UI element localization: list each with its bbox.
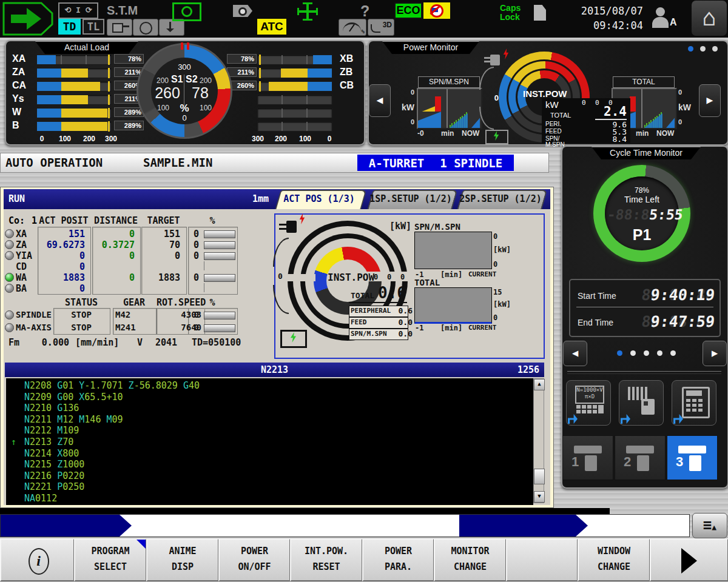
power-prev-button[interactable]: ◀ [369, 84, 391, 117]
softkey-program-select[interactable]: PROGRAMSELECT [74, 538, 147, 581]
load-scale-label: 200 [272, 135, 290, 143]
scroll-down-button[interactable]: ▼ [534, 491, 545, 503]
softkey-line1: POWER [220, 546, 289, 557]
bar-limit-tick [108, 81, 110, 92]
bar-segment [306, 109, 308, 118]
load-scale-label: 100 [56, 135, 74, 143]
menu-button[interactable]: ≡▲ [692, 513, 727, 538]
cycle-prev-button[interactable]: ◀ [563, 341, 587, 366]
program-code-area[interactable]: N2208 G01 Y-1.7071 Z-56.8029 G40N2209 G0… [6, 378, 533, 505]
caps-lock-indicator: CapsLock [500, 4, 521, 22]
load-bar [257, 55, 332, 65]
softkey-info[interactable]: i [0, 538, 75, 581]
actual-load-content: XA78%ZA211%CA260%Ys211%W289%B289%XB78%ZB… [5, 40, 363, 143]
load-bar [257, 95, 332, 105]
softkey-monitor-change[interactable]: MONITORCHANGE [434, 538, 507, 581]
layout-2-button[interactable]: 2 [615, 435, 666, 480]
load-bar [36, 95, 112, 105]
softkey-int-pow-reset[interactable]: INT.POW.RESET [290, 538, 363, 581]
load-percent: 78% [227, 54, 257, 64]
threed-icon: 3D [368, 19, 394, 36]
softkey-line2: PARA. [363, 561, 433, 572]
layout-number: 1 [571, 454, 579, 470]
bar-fill-yellow [269, 82, 308, 91]
axis-load-label: XB [340, 53, 362, 64]
scroll-thumb[interactable] [534, 469, 545, 484]
calc-key [686, 409, 690, 412]
bar-fill-blue [313, 55, 332, 64]
softkey-power-para[interactable]: POWERPARA. [362, 538, 434, 581]
key-dot [582, 410, 586, 413]
gauge-s2-hi: 200 [200, 76, 212, 85]
calc-key [692, 404, 696, 407]
code-line: N2208 G01 Y-1.7071 Z-56.8029 G40 [6, 380, 533, 392]
gauge-s2-label: S2 [186, 74, 198, 85]
tab-1sp-setup-1-2-[interactable]: 1SP.SETUP (1/2) [366, 190, 455, 209]
gauge-s1-hi: 200 [157, 76, 169, 85]
tab-label: 2SP.SETUP (1/2) [456, 190, 545, 208]
tab-act-pos-1-3-[interactable]: ACT POS (1/3) [274, 190, 364, 209]
rpm-calculator-button[interactable]: N=1000×Vπ×D [566, 380, 611, 426]
gauge-s2-value: 78 [186, 84, 214, 102]
softkey-line1: WINDOW [579, 546, 649, 557]
load-bar [257, 121, 332, 132]
code-line: N2210 G136 [6, 403, 533, 414]
menu-up-icon: ▲ [712, 523, 716, 532]
program-header-bar: N2213 1256 [5, 363, 544, 377]
softkey-line2: SELECT [75, 561, 146, 572]
softkey-next-page[interactable] [650, 538, 728, 581]
axis-load-label: Ys [12, 93, 34, 104]
load-percent: 211% [227, 67, 257, 77]
calc-key [698, 399, 703, 402]
softkey-line2: RESET [291, 561, 362, 572]
help-icon[interactable]: ? [360, 2, 369, 20]
softkey-bar: iPROGRAMSELECTANIMEDISPPOWERON/OFFINT.PO… [0, 538, 728, 581]
program-scrollbar[interactable]: ▲ ▼ [533, 378, 544, 503]
scroll-up-button[interactable]: ▲ [534, 379, 545, 390]
tab-2sp-setup-1-2-[interactable]: 2SP.SETUP (1/2) [456, 190, 545, 209]
bar-fill-yellow [281, 69, 308, 78]
tool-offset-icon [133, 19, 158, 36]
gauge-s2-lo: 100 [200, 104, 212, 112]
jump-arrow-icon [568, 414, 578, 424]
load-percent: 78% [114, 54, 144, 64]
program-loop-icon: ⟲ I ⟳ [58, 2, 98, 19]
bar-segment [306, 122, 308, 131]
bar-segment [281, 109, 283, 118]
softkey-power-on-off[interactable]: POWERON/OFF [218, 538, 291, 581]
cycle-time-title: Cycle Time Monitor [592, 147, 701, 159]
user-icon[interactable] [652, 7, 670, 29]
bar-limit-tick [108, 68, 110, 78]
softkey-window-change[interactable]: WINDOWCHANGE [578, 538, 650, 581]
calculator-button[interactable] [672, 380, 716, 426]
calc-screen [686, 390, 702, 396]
softkey-[interactable] [506, 538, 578, 581]
gauge-divider [184, 75, 184, 106]
bar-limit-tick [108, 95, 110, 105]
info-icon: i [29, 548, 49, 575]
layout-3-button[interactable]: 3 [667, 435, 718, 480]
load-scale-label: 300 [249, 135, 267, 143]
tool-data-button[interactable] [619, 380, 664, 426]
home-button[interactable]: ⌂ [692, 1, 727, 36]
power-next-button[interactable]: ▶ [699, 84, 721, 117]
softkey-line1: POWER [363, 546, 433, 557]
date-display: 2015/08/07 [563, 4, 643, 18]
calc-key [698, 404, 703, 407]
td-mode-button[interactable]: TD [58, 19, 81, 35]
formula-icon: N=1000×Vπ×D [575, 386, 604, 404]
machine-control-screen: ⟲ I ⟳ TD TL S.T.M ATC % ? 3D ECO [0, 0, 728, 582]
eco-indicator: ECO [394, 2, 422, 19]
softkey-anime-disp[interactable]: ANIMEDISP [146, 538, 219, 581]
calc-key [686, 399, 690, 402]
tl-mode-button[interactable]: TL [83, 19, 104, 35]
cycle-next-button[interactable]: ▶ [703, 341, 727, 366]
jump-arrow-icon [621, 414, 630, 424]
bar-fill-yellow [61, 122, 107, 131]
power-monitor-panel [368, 40, 728, 146]
code-line: N2211 M12 M146 M09 [6, 414, 533, 426]
load-percent: 289% [114, 107, 144, 117]
bar-segment [281, 95, 283, 104]
code-line: N2221 P0250 [6, 481, 533, 493]
layout-1-button[interactable]: 1 [562, 435, 613, 480]
